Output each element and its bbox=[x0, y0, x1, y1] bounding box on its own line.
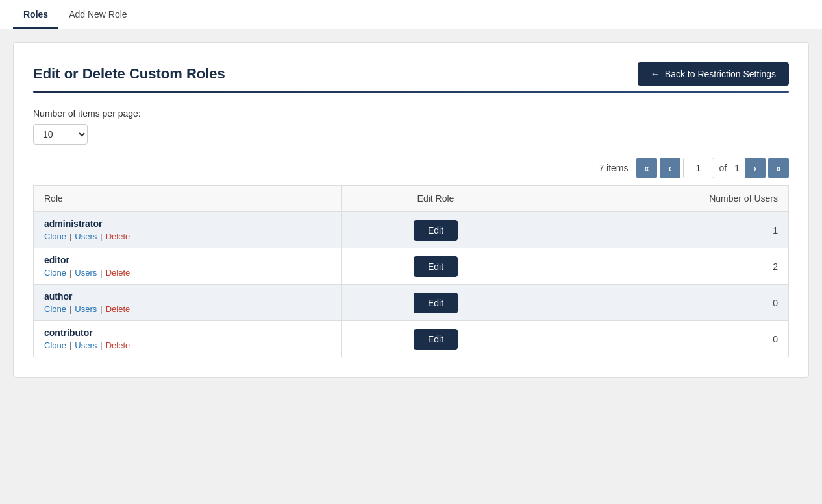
action-separator: | bbox=[100, 232, 102, 241]
num-users-cell: 2 bbox=[530, 248, 788, 285]
tab-add-new-role[interactable]: Add New Role bbox=[58, 0, 138, 29]
num-users-cell: 1 bbox=[530, 212, 788, 248]
role-actions: Clone | Users | Delete bbox=[44, 304, 330, 314]
role-cell: authorClone | Users | Delete bbox=[34, 285, 342, 321]
col-num-users: Number of Users bbox=[530, 186, 788, 212]
role-actions: Clone | Users | Delete bbox=[44, 268, 330, 278]
role-action-users[interactable]: Users bbox=[75, 304, 97, 314]
action-separator: | bbox=[69, 232, 71, 241]
last-page-button[interactable]: » bbox=[768, 158, 789, 178]
role-cell: contributorClone | Users | Delete bbox=[34, 321, 342, 357]
table-row: editorClone | Users | DeleteEdit2 bbox=[34, 248, 789, 285]
role-action-clone[interactable]: Clone bbox=[44, 304, 66, 314]
back-to-restriction-settings-button[interactable]: ← Back to Restriction Settings bbox=[638, 62, 789, 86]
table-row: authorClone | Users | DeleteEdit0 bbox=[34, 285, 789, 321]
page-title: Edit or Delete Custom Roles bbox=[33, 66, 225, 82]
edit-role-button[interactable]: Edit bbox=[414, 329, 458, 350]
action-separator: | bbox=[69, 304, 71, 314]
role-action-clone[interactable]: Clone bbox=[44, 268, 66, 278]
per-page-label: Number of items per page: bbox=[33, 108, 789, 119]
main-content: Edit or Delete Custom Roles ← Back to Re… bbox=[0, 29, 822, 390]
num-users-cell: 0 bbox=[530, 285, 788, 321]
role-actions: Clone | Users | Delete bbox=[44, 232, 330, 241]
edit-role-cell: Edit bbox=[342, 321, 530, 357]
page-number-input[interactable] bbox=[683, 158, 714, 178]
role-action-delete[interactable]: Delete bbox=[106, 268, 131, 278]
tabs-bar: RolesAdd New Role bbox=[0, 0, 822, 29]
num-users-cell: 0 bbox=[530, 321, 788, 357]
role-action-clone[interactable]: Clone bbox=[44, 232, 66, 241]
roles-table: Role Edit Role Number of Users administr… bbox=[33, 185, 789, 357]
card: Edit or Delete Custom Roles ← Back to Re… bbox=[13, 42, 809, 378]
role-action-delete[interactable]: Delete bbox=[106, 304, 131, 314]
pagination-of-label: of bbox=[719, 163, 727, 173]
edit-role-cell: Edit bbox=[342, 248, 530, 285]
per-page-section: Number of items per page: 10 5 25 50 100 bbox=[33, 108, 789, 145]
role-cell: editorClone | Users | Delete bbox=[34, 248, 342, 285]
role-name: administrator bbox=[44, 219, 330, 229]
pagination-row: 7 items « ‹ of 1 › » bbox=[33, 158, 789, 178]
pagination-total-pages: 1 bbox=[734, 163, 740, 173]
role-name: editor bbox=[44, 255, 330, 265]
action-separator: | bbox=[100, 304, 102, 314]
edit-role-cell: Edit bbox=[342, 212, 530, 248]
per-page-select[interactable]: 10 5 25 50 100 bbox=[33, 124, 88, 145]
edit-role-button[interactable]: Edit bbox=[414, 293, 458, 313]
role-name: author bbox=[44, 291, 330, 302]
action-separator: | bbox=[100, 341, 102, 350]
edit-role-cell: Edit bbox=[342, 285, 530, 321]
card-header: Edit or Delete Custom Roles ← Back to Re… bbox=[33, 62, 789, 86]
action-separator: | bbox=[69, 341, 71, 350]
pagination-items-count: 7 items bbox=[599, 163, 628, 173]
section-divider bbox=[33, 91, 789, 93]
role-action-delete[interactable]: Delete bbox=[106, 232, 131, 241]
back-button-label: Back to Restriction Settings bbox=[665, 69, 776, 79]
first-page-button[interactable]: « bbox=[636, 158, 657, 178]
role-actions: Clone | Users | Delete bbox=[44, 341, 330, 350]
role-cell: administratorClone | Users | Delete bbox=[34, 212, 342, 248]
role-action-delete[interactable]: Delete bbox=[106, 341, 131, 350]
edit-role-button[interactable]: Edit bbox=[414, 256, 458, 277]
next-page-button[interactable]: › bbox=[745, 158, 766, 178]
arrow-left-icon: ← bbox=[651, 69, 660, 79]
role-action-users[interactable]: Users bbox=[75, 268, 97, 278]
action-separator: | bbox=[100, 268, 102, 278]
action-separator: | bbox=[69, 268, 71, 278]
role-name: contributor bbox=[44, 328, 330, 338]
prev-page-button[interactable]: ‹ bbox=[660, 158, 680, 178]
table-row: contributorClone | Users | DeleteEdit0 bbox=[34, 321, 789, 357]
table-row: administratorClone | Users | DeleteEdit1 bbox=[34, 212, 789, 248]
edit-role-button[interactable]: Edit bbox=[414, 220, 458, 241]
col-edit-role: Edit Role bbox=[342, 186, 530, 212]
col-role: Role bbox=[34, 186, 342, 212]
role-action-users[interactable]: Users bbox=[75, 232, 97, 241]
role-action-users[interactable]: Users bbox=[75, 341, 97, 350]
role-action-clone[interactable]: Clone bbox=[44, 341, 66, 350]
tab-roles[interactable]: Roles bbox=[13, 0, 58, 29]
